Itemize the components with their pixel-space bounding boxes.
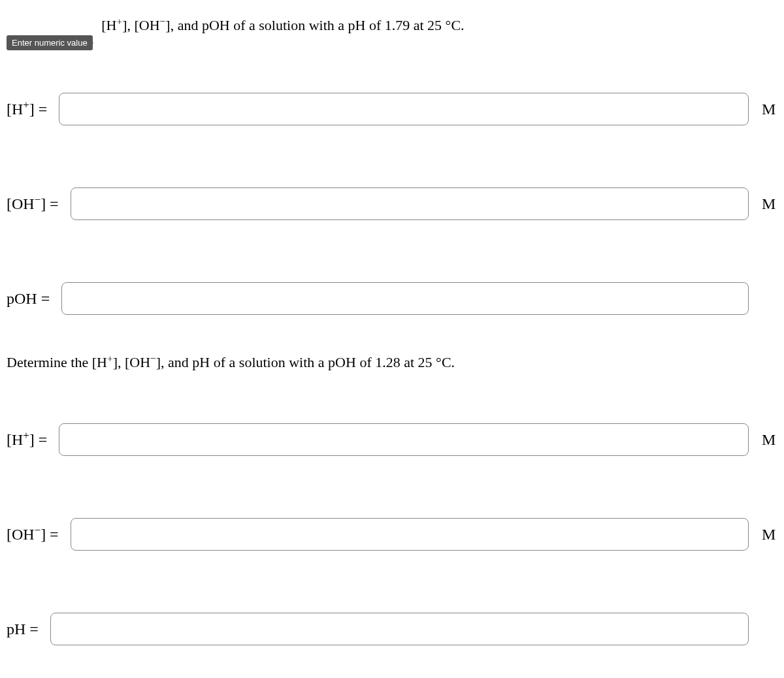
q1-hplus-unit: M xyxy=(762,101,777,118)
tooltip-enter-numeric: Enter numeric value xyxy=(7,35,93,50)
q2-hplus-row: [H+] = M xyxy=(7,423,777,456)
q1-poh-input[interactable] xyxy=(61,282,749,315)
q1-poh-row: pOH = xyxy=(7,282,777,315)
question-1-prompt: Enter numeric value e [H+], [OH−], and p… xyxy=(7,17,777,34)
q1-oh-unit: M xyxy=(762,195,777,213)
q2-hplus-input[interactable] xyxy=(59,423,749,456)
comma: , xyxy=(127,17,135,33)
q2-tail: , and pH of a solution with a pOH of 1.2… xyxy=(161,354,455,370)
comma2: , xyxy=(118,354,125,370)
q2-oh-row: [OH−] = M xyxy=(7,518,777,551)
q1-hplus-row: [H+] = M xyxy=(7,93,777,125)
q1-oh-row: [OH−] = M xyxy=(7,187,777,220)
q2-ph-input[interactable] xyxy=(50,613,749,645)
q2-ph-label: pH = xyxy=(7,621,39,638)
q1-oh-input[interactable] xyxy=(71,187,749,220)
question-2-prompt: Determine the [H+], [OH−], and pH of a s… xyxy=(7,354,777,371)
q2-hplus-unit: M xyxy=(762,431,777,449)
q2-oh-label: [OH−] = xyxy=(7,526,59,543)
q1-poh-label: pOH = xyxy=(7,290,50,308)
q1-hplus-label: [H+] = xyxy=(7,101,47,118)
q2-hplus-label: [H+] = xyxy=(7,431,47,449)
q1-oh-label: [OH−] = xyxy=(7,195,59,213)
q2-oh-unit: M xyxy=(762,526,777,543)
q1-tail: , and pOH of a solution with a pH of 1.7… xyxy=(171,17,465,33)
q2-intro: Determine the xyxy=(7,354,92,370)
q2-ph-row: pH = xyxy=(7,613,777,645)
q1-hplus-input[interactable] xyxy=(59,93,749,125)
q2-oh-input[interactable] xyxy=(71,518,749,551)
